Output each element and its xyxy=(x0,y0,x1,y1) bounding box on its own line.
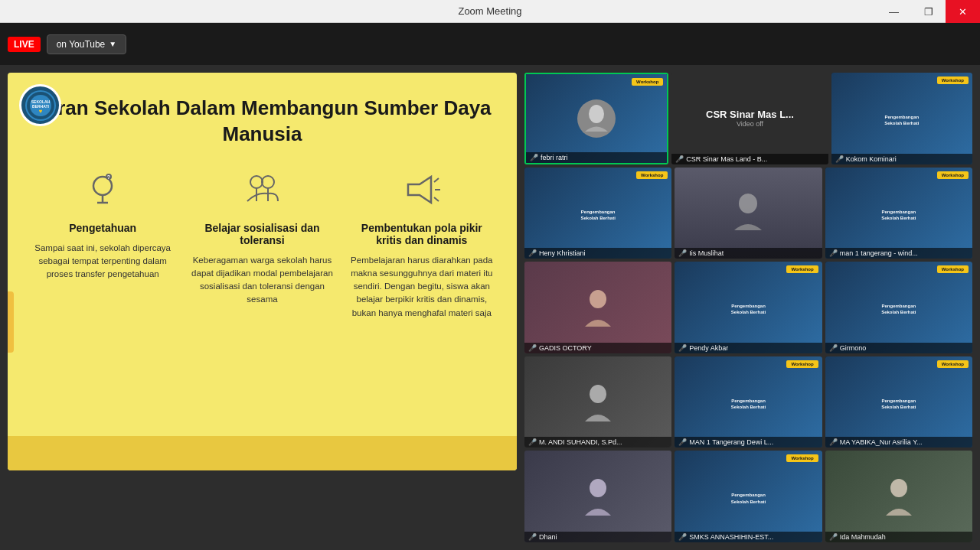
youtube-label: on YouTube xyxy=(57,39,106,50)
video-row-1: Workshop 🎤 febri ratri CSR Sinar Mas L..… xyxy=(524,73,972,164)
csr-sub: Video off xyxy=(737,120,763,128)
mic-icon-yabika: 🎤 xyxy=(829,438,838,446)
ida-video xyxy=(825,451,972,542)
close-button[interactable]: ✕ xyxy=(946,0,980,23)
minimize-button[interactable]: — xyxy=(877,0,911,23)
svg-text:♥: ♥ xyxy=(38,108,42,115)
svg-point-18 xyxy=(589,105,604,123)
video-row-4: 🎤 M. ANDI SUHANDI, S.Pd... Workshop Peng… xyxy=(524,356,972,448)
svg-point-21 xyxy=(590,385,606,403)
mic-icon-ida: 🎤 xyxy=(829,533,838,541)
mic-icon-smks: 🎤 xyxy=(678,533,687,541)
social-icon xyxy=(241,171,283,216)
video-cell-heny[interactable]: Workshop PengembanganSekolah Berhati 🎤 H… xyxy=(524,168,671,259)
mic-icon-pendy: 🎤 xyxy=(678,344,687,352)
video-cell-man1[interactable]: Workshop PengembanganSekolah Berhati 🎤 m… xyxy=(825,168,972,259)
video-name-dewi: MAN 1 Tangerang Dewi L... xyxy=(689,438,773,446)
video-row-2: Workshop PengembanganSekolah Berhati 🎤 H… xyxy=(524,168,972,259)
col2-desc: Keberagaman warga sekolah harus dapat di… xyxy=(190,254,334,307)
presentation-slide: SEKOLAH BERHATI ♥ Peran Sekolah Dalam Me… xyxy=(8,73,517,470)
window-title: Zoom Meeting xyxy=(458,5,521,17)
video-name-iis: Iis Muslihat xyxy=(689,249,724,257)
mic-icon-andi: 🎤 xyxy=(528,438,537,446)
live-badge: LIVE xyxy=(8,37,41,52)
video-name-heny: Heny Khristiani xyxy=(539,249,586,257)
video-cell-kokom[interactable]: Workshop PengembanganSekolah Berhati 🎤 K… xyxy=(831,73,972,164)
mic-icon-dhani: 🎤 xyxy=(528,533,537,541)
video-name-csr: CSR Sinar Mas Land - B... xyxy=(686,155,767,163)
video-name-bar-dewi: 🎤 MAN 1 Tangerang Dewi L... xyxy=(675,437,822,447)
col1-desc: Sampai saat ini, sekolah dipercaya sebag… xyxy=(31,242,175,282)
video-name-bar-girmono: 🎤 Girmono xyxy=(825,343,972,353)
video-row-3: 🎤 GADIS OCTORY Workshop PengembanganSeko… xyxy=(524,262,972,353)
video-row-5: 🎤 Dhani Workshop PengembanganSekolah Ber… xyxy=(524,451,972,542)
svg-point-23 xyxy=(890,479,907,497)
video-cell-yabika[interactable]: Workshop PengembanganSekolah Berhati 🎤 M… xyxy=(825,356,972,448)
mic-icon-girmono: 🎤 xyxy=(829,344,838,352)
svg-marker-14 xyxy=(408,177,431,203)
video-cell-smks[interactable]: Workshop PengembanganSekolah Berhati 🎤 S… xyxy=(675,451,822,542)
col3-title: Pembentukan pola pikir kritis dan dinami… xyxy=(350,222,494,246)
video-name-bar-heny: 🎤 Heny Khristiani xyxy=(524,248,671,259)
slide-panel: SEKOLAH BERHATI ♥ Peran Sekolah Dalam Me… xyxy=(8,73,517,542)
video-name-bar-yabika: 🎤 MA YABIKA_Nur Asrilia Y... xyxy=(825,437,972,447)
video-cell-pendy[interactable]: Workshop PengembanganSekolah Berhati 🎤 P… xyxy=(675,262,822,353)
video-name-bar-dhani: 🎤 Dhani xyxy=(524,532,671,542)
video-name-febri: febri ratri xyxy=(541,154,568,161)
video-name-girmono: Girmono xyxy=(840,344,867,352)
video-name-bar-man1: 🎤 man 1 tangerang - wind... xyxy=(825,248,972,259)
mic-icon-dewi: 🎤 xyxy=(678,438,687,446)
mic-icon-csr: 🎤 xyxy=(675,155,684,163)
video-name-ida: Ida Mahmudah xyxy=(840,533,886,541)
csr-name-display: CSR Sinar Mas L... xyxy=(706,109,794,120)
main-content: SEKOLAH BERHATI ♥ Peran Sekolah Dalam Me… xyxy=(0,65,980,550)
maximize-button[interactable]: ❐ xyxy=(911,0,946,23)
gadis-video xyxy=(524,262,671,353)
svg-line-15 xyxy=(434,178,439,182)
video-cell-andi[interactable]: 🎤 M. ANDI SUHANDI, S.Pd... xyxy=(524,356,671,448)
svg-point-10 xyxy=(250,176,263,188)
video-name-dhani: Dhani xyxy=(539,533,557,541)
youtube-button[interactable]: on YouTube ▼ xyxy=(47,34,127,54)
video-name-bar-andi: 🎤 M. ANDI SUHANDI, S.Pd... xyxy=(524,437,671,447)
dhani-video xyxy=(524,451,671,542)
video-name-bar-gadis: 🎤 GADIS OCTORY xyxy=(524,343,671,353)
workshop-banner: Workshop xyxy=(632,78,663,86)
col2-title: Belajar sosialisasi dan toleransi xyxy=(190,222,334,246)
video-cell-gadis[interactable]: 🎤 GADIS OCTORY xyxy=(524,262,671,353)
video-name-yabika: MA YABIKA_Nur Asrilia Y... xyxy=(840,438,923,446)
mic-icon-man1: 🎤 xyxy=(829,249,838,257)
mic-icon: 🎤 xyxy=(530,154,538,161)
mic-icon-gadis: 🎤 xyxy=(528,344,537,352)
svg-line-17 xyxy=(434,197,439,201)
slide-bottom-bar xyxy=(8,436,517,470)
video-name-kokom: Kokom Kominari xyxy=(846,155,897,163)
megaphone-icon xyxy=(400,171,443,216)
video-cell-dhani[interactable]: 🎤 Dhani xyxy=(524,451,671,542)
video-cell-febri[interactable]: Workshop 🎤 febri ratri xyxy=(524,73,668,164)
svg-point-19 xyxy=(739,194,757,213)
video-cell-ida[interactable]: 🎤 Ida Mahmudah xyxy=(825,451,972,542)
video-name-bar-febri: 🎤 febri ratri xyxy=(526,152,667,163)
video-cell-iis[interactable]: 🎤 Iis Muslihat xyxy=(675,168,822,259)
title-bar: Zoom Meeting — ❐ ✕ xyxy=(0,0,980,23)
video-cell-dewi[interactable]: Workshop PengembanganSekolah Berhati 🎤 M… xyxy=(675,356,822,448)
iis-video xyxy=(675,168,822,259)
andi-video xyxy=(524,356,671,448)
video-cell-girmono[interactable]: Workshop PengembanganSekolah Berhati 🎤 G… xyxy=(825,262,972,353)
video-name-man1: man 1 tangerang - wind... xyxy=(840,249,918,257)
video-grid: Workshop 🎤 febri ratri CSR Sinar Mas L..… xyxy=(524,73,972,542)
video-cell-csr[interactable]: CSR Sinar Mas L... Video off 🎤 CSR Sinar… xyxy=(671,73,828,164)
video-name-andi: M. ANDI SUHANDI, S.Pd... xyxy=(539,438,622,446)
mic-icon-kokom: 🎤 xyxy=(835,155,844,163)
slide-title: Peran Sekolah Dalam Membangun Sumber Day… xyxy=(31,96,494,148)
col1-title: Pengetahuan xyxy=(69,222,136,234)
svg-point-22 xyxy=(590,479,606,497)
logo-inner: SEKOLAH BERHATI ♥ xyxy=(25,90,56,121)
video-name-bar-csr: 🎤 CSR Sinar Mas Land - B... xyxy=(671,154,828,164)
video-name-pendy: Pendy Akbar xyxy=(689,344,728,352)
window-controls: — ❐ ✕ xyxy=(877,0,980,23)
slide-logo: SEKOLAH BERHATI ♥ xyxy=(19,84,61,126)
dropdown-arrow-icon: ▼ xyxy=(109,40,116,48)
knowledge-icon: ? xyxy=(83,171,122,216)
